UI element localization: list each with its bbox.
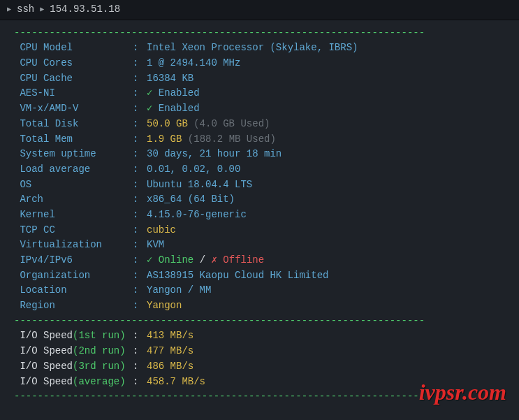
colon: : — [133, 268, 147, 284]
io-label: I/O Speed(3rd run) — [14, 359, 133, 375]
check-icon: ✓ — [147, 253, 159, 268]
info-label: System uptime — [14, 147, 133, 162]
io-row: I/O Speed(3rd run) : 486 MB/s — [0, 359, 519, 375]
info-row: CPU Cores : 1 @ 2494.140 MHz — [0, 56, 519, 71]
info-label: CPU Cache — [14, 71, 133, 87]
info-label: TCP CC — [14, 223, 133, 238]
info-row: Load average : 0.01, 0.02, 0.00 — [0, 162, 519, 178]
info-label: AES-NI — [14, 86, 133, 101]
info-label: CPU Cores — [14, 56, 133, 71]
info-label: OS — [14, 178, 133, 193]
info-row: Total Mem : 1.9 GB (188.2 MB Used) — [0, 132, 519, 147]
colon: : — [133, 162, 147, 178]
info-label: Region — [14, 298, 133, 314]
info-suffix: (4.0 GB Used) — [188, 117, 270, 132]
info-value: Yangon / MM — [147, 283, 211, 298]
info-row: IPv4/IPv6 : ✓ Online / ✗ Offline — [0, 253, 519, 268]
terminal-output: ----------------------------------------… — [0, 20, 519, 405]
colon: : — [133, 132, 147, 147]
info-value: KVM — [147, 238, 164, 253]
info-row: CPU Cache : 16384 KB — [0, 71, 519, 87]
ipv6-status: Offline — [223, 253, 264, 268]
terminal-header: ▶ ssh ▶ 154.93.51.18 — [0, 0, 519, 20]
info-value: Intel Xeon Processor (Skylake, IBRS) — [147, 41, 358, 56]
info-label: Total Mem — [14, 132, 133, 147]
info-label: CPU Model — [14, 41, 133, 56]
info-value: 1 @ 2494.140 MHz — [147, 56, 240, 71]
triangle-icon: ▶ — [7, 4, 11, 15]
colon: : — [133, 375, 147, 390]
colon: : — [133, 71, 147, 87]
ipv4-status: Online — [159, 253, 193, 268]
colon: : — [133, 178, 147, 193]
colon: : — [133, 86, 147, 101]
info-value: Ubuntu 18.04.4 LTS — [147, 178, 252, 193]
io-label: I/O Speed(average) — [14, 375, 133, 390]
info-label: VM-x/AMD-V — [14, 101, 133, 117]
info-row: Region : Yangon — [0, 298, 519, 314]
io-label-text: I/O Speed — [14, 345, 73, 356]
watermark: ivpsr.com — [419, 375, 506, 410]
info-row: Kernel : 4.15.0-76-generic — [0, 208, 519, 223]
divider-line: ----------------------------------------… — [0, 26, 519, 41]
info-value: 0.01, 0.02, 0.00 — [147, 162, 240, 178]
io-value: 477 MB/s — [147, 344, 193, 359]
io-value: 458.7 MB/s — [147, 375, 205, 390]
info-row: AES-NI : ✓ Enabled — [0, 86, 519, 101]
info-row: Organization : AS138915 Kaopu Cloud HK L… — [0, 268, 519, 284]
colon: : — [133, 192, 147, 208]
io-run: (1st run) — [73, 330, 126, 341]
colon: : — [133, 359, 147, 375]
info-label: Arch — [14, 192, 133, 208]
info-label: Organization — [14, 268, 133, 284]
info-label: Location — [14, 283, 133, 298]
info-row: TCP CC : cubic — [0, 223, 519, 238]
divider-line: ----------------------------------------… — [0, 314, 519, 329]
colon: : — [133, 56, 147, 71]
io-run: (average) — [73, 376, 126, 387]
info-label: Load average — [14, 162, 133, 178]
info-value: 50.0 GB — [147, 117, 188, 132]
check-icon: ✓ — [147, 101, 159, 117]
info-label: Virtualization — [14, 238, 133, 253]
io-row: I/O Speed(2nd run) : 477 MB/s — [0, 344, 519, 359]
info-value: 16384 KB — [147, 71, 193, 87]
info-value: x86_64 (64 Bit) — [147, 192, 235, 208]
info-value: 30 days, 21 hour 18 min — [147, 147, 282, 162]
io-value: 413 MB/s — [147, 328, 193, 344]
io-label-text: I/O Speed — [14, 376, 73, 387]
io-label-text: I/O Speed — [14, 361, 73, 372]
info-suffix: (188.2 MB Used) — [182, 132, 275, 147]
check-icon: ✓ — [147, 86, 159, 101]
triangle-icon: ▶ — [40, 4, 44, 15]
info-value: Enabled — [159, 86, 200, 101]
info-row: Arch : x86_64 (64 Bit) — [0, 192, 519, 208]
info-value: 4.15.0-76-generic — [147, 208, 247, 223]
io-label: I/O Speed(1st run) — [14, 328, 133, 344]
colon: : — [133, 328, 147, 344]
colon: : — [133, 147, 147, 162]
info-row: Virtualization : KVM — [0, 238, 519, 253]
info-value: AS138915 Kaopu Cloud HK Limited — [147, 268, 328, 284]
separator: / — [193, 253, 211, 268]
io-label: I/O Speed(2nd run) — [14, 344, 133, 359]
colon: : — [133, 298, 147, 314]
io-value: 486 MB/s — [147, 359, 193, 375]
ssh-label: ssh — [17, 2, 34, 17]
info-row: System uptime : 30 days, 21 hour 18 min — [0, 147, 519, 162]
info-value: 1.9 GB — [147, 132, 182, 147]
info-label: IPv4/IPv6 — [14, 253, 133, 268]
cross-icon: ✗ — [211, 253, 223, 268]
io-run: (2nd run) — [73, 345, 126, 356]
io-label-text: I/O Speed — [14, 330, 73, 341]
info-value: Yangon — [147, 298, 182, 314]
host-ip: 154.93.51.18 — [50, 2, 120, 17]
colon: : — [133, 101, 147, 117]
colon: : — [133, 223, 147, 238]
colon: : — [133, 41, 147, 56]
info-row: OS : Ubuntu 18.04.4 LTS — [0, 178, 519, 193]
io-row: I/O Speed(1st run) : 413 MB/s — [0, 328, 519, 344]
info-row: VM-x/AMD-V : ✓ Enabled — [0, 101, 519, 117]
info-label: Total Disk — [14, 117, 133, 132]
info-value: Enabled — [159, 101, 200, 117]
